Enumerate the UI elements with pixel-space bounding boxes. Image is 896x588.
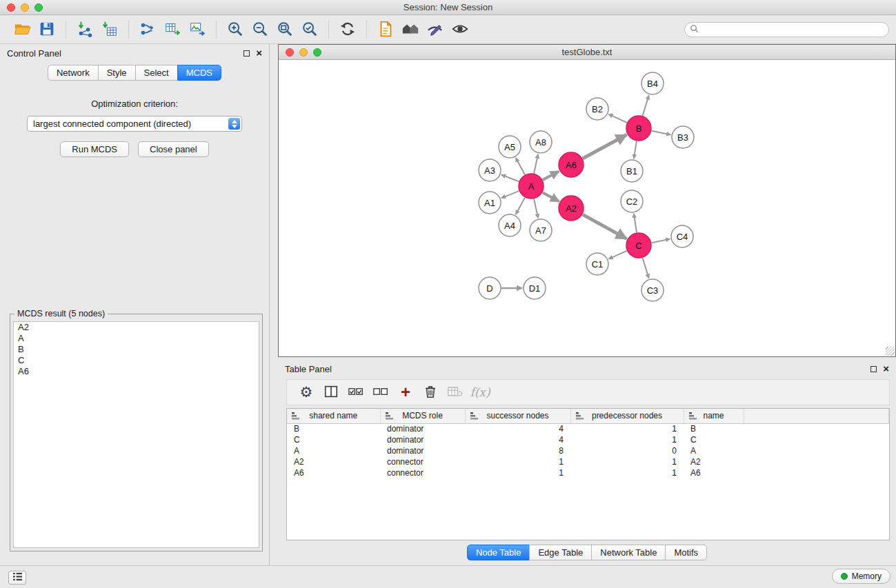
edge-B-B4[interactable] [643, 95, 649, 116]
graph-node-A1[interactable]: A1 [479, 192, 501, 214]
column-header-predecessor-nodes[interactable]: predecessor nodes [570, 409, 684, 423]
run-mcds-button[interactable]: Run MCDS [60, 141, 129, 157]
show-hide-panel-button[interactable] [448, 18, 472, 41]
edge-C-C1[interactable] [608, 251, 626, 259]
graph-node-A3[interactable]: A3 [479, 159, 501, 181]
show-columns-button[interactable] [319, 381, 344, 403]
mcds-result-list[interactable]: A2ABCA6 [13, 321, 259, 548]
zoom-out-button[interactable] [248, 18, 272, 41]
column-header-successor-nodes[interactable]: successor nodes [465, 409, 570, 423]
network-snapshot-button[interactable] [373, 18, 398, 41]
close-panel-icon[interactable]: × [256, 50, 262, 57]
graph-node-D1[interactable]: D1 [524, 277, 546, 299]
edge-C-C3[interactable] [643, 258, 649, 278]
deselect-all-button[interactable] [368, 381, 393, 403]
graph-node-B1[interactable]: B1 [621, 160, 643, 182]
tab-style[interactable]: Style [98, 65, 136, 81]
tab-mcds[interactable]: MCDS [177, 65, 221, 81]
result-item[interactable]: A [14, 333, 259, 344]
export-network-button[interactable] [135, 18, 160, 41]
graph-node-A7[interactable]: A7 [530, 219, 552, 241]
result-item[interactable]: B [14, 344, 259, 355]
network-canvas[interactable]: AA6A2BCA1A3A5A8A4A7B1B2B3B4C1C2C3C4DD1 [279, 60, 895, 356]
open-file-button[interactable] [10, 18, 34, 41]
graph-node-A8[interactable]: A8 [530, 131, 552, 153]
graph-node-C[interactable]: C [626, 233, 651, 258]
table-row[interactable]: A6connector11A6 [287, 467, 889, 478]
table-row[interactable]: Bdominator41B [287, 423, 889, 434]
table-row[interactable]: Cdominator41C [287, 434, 889, 445]
graph-node-A6[interactable]: A6 [559, 152, 584, 177]
close-window-button[interactable] [7, 3, 15, 12]
edge-A-A7[interactable] [534, 199, 538, 219]
graph-node-A2[interactable]: A2 [559, 196, 584, 221]
tab-edge-table[interactable]: Edge Table [529, 545, 592, 560]
task-history-button[interactable] [8, 571, 26, 585]
tab-network-table[interactable]: Network Table [591, 545, 666, 560]
edge-B-B3[interactable] [652, 131, 671, 135]
export-table-button[interactable] [160, 18, 185, 41]
node-table[interactable]: shared nameMCDS rolesuccessor nodesprede… [286, 408, 890, 540]
search-field[interactable] [684, 22, 889, 37]
tab-motifs[interactable]: Motifs [665, 545, 707, 560]
network-graph[interactable]: AA6A2BCA1A3A5A8A4A7B1B2B3B4C1C2C3C4DD1 [279, 60, 895, 356]
close-table-panel-icon[interactable]: × [883, 365, 889, 372]
edge-B-B1[interactable] [634, 141, 637, 159]
result-item[interactable]: A6 [14, 366, 259, 377]
minimize-network-button[interactable] [299, 48, 308, 57]
show-graphics-details-button[interactable] [423, 18, 448, 41]
graph-node-B3[interactable]: B3 [672, 126, 694, 148]
zoom-network-button[interactable] [313, 48, 321, 57]
search-input[interactable] [699, 23, 888, 36]
graph-node-B2[interactable]: B2 [586, 98, 608, 120]
home-view-button[interactable] [398, 18, 423, 41]
minimize-window-button[interactable] [21, 3, 29, 12]
graph-node-A4[interactable]: A4 [499, 214, 521, 236]
edge-A-A1[interactable] [501, 191, 519, 198]
edge-B-B2[interactable] [608, 114, 626, 123]
add-row-button[interactable]: + [393, 381, 418, 403]
criterion-dropdown[interactable]: largest connected component (directed) [27, 116, 242, 132]
edge-A2-C[interactable] [583, 214, 627, 239]
delete-table-button[interactable] [443, 381, 468, 403]
zoom-selected-button[interactable] [297, 18, 322, 41]
function-builder-button[interactable]: f(x) [468, 381, 492, 403]
edge-A-A5[interactable] [516, 158, 525, 174]
resize-grip[interactable] [886, 347, 895, 356]
column-header-name[interactable]: name [684, 409, 744, 423]
column-header-shared-name[interactable]: shared name [287, 409, 380, 423]
result-item[interactable]: A2 [14, 322, 259, 333]
import-table-from-file-button[interactable] [97, 18, 122, 41]
edge-A-A4[interactable] [516, 198, 525, 214]
close-panel-button[interactable]: Close panel [138, 141, 209, 157]
tab-network[interactable]: Network [48, 65, 99, 81]
export-image-button[interactable] [185, 18, 210, 41]
table-settings-button[interactable]: ⚙ [294, 381, 319, 403]
graph-node-C4[interactable]: C4 [671, 225, 693, 247]
edge-A6-B[interactable] [583, 135, 627, 159]
graph-node-C2[interactable]: C2 [621, 190, 643, 212]
graph-node-C1[interactable]: C1 [586, 253, 608, 275]
column-header-mcds-role[interactable]: MCDS role [380, 409, 465, 423]
graph-node-C3[interactable]: C3 [641, 279, 664, 301]
tab-select[interactable]: Select [135, 65, 178, 81]
zoom-window-button[interactable] [34, 3, 43, 12]
memory-button[interactable]: Memory [832, 569, 890, 584]
edge-C-C4[interactable] [652, 239, 670, 243]
delete-row-button[interactable] [418, 381, 443, 403]
edge-A-A8[interactable] [534, 154, 538, 174]
import-network-from-file-button[interactable] [72, 18, 97, 41]
table-row[interactable]: Adominator80A [287, 445, 889, 456]
zoom-fit-button[interactable] [272, 18, 297, 41]
table-row[interactable]: A2connector11A2 [287, 456, 889, 467]
graph-node-A5[interactable]: A5 [499, 136, 521, 158]
graph-node-B[interactable]: B [626, 116, 651, 141]
tab-node-table[interactable]: Node Table [467, 545, 530, 560]
edge-A-A6[interactable] [543, 171, 559, 180]
float-panel-icon[interactable] [243, 50, 250, 57]
edge-C-C2[interactable] [634, 214, 637, 232]
float-table-panel-icon[interactable] [870, 366, 877, 372]
select-all-button[interactable] [344, 381, 368, 403]
edge-A-A2[interactable] [543, 192, 559, 201]
graph-node-D[interactable]: D [479, 277, 501, 299]
